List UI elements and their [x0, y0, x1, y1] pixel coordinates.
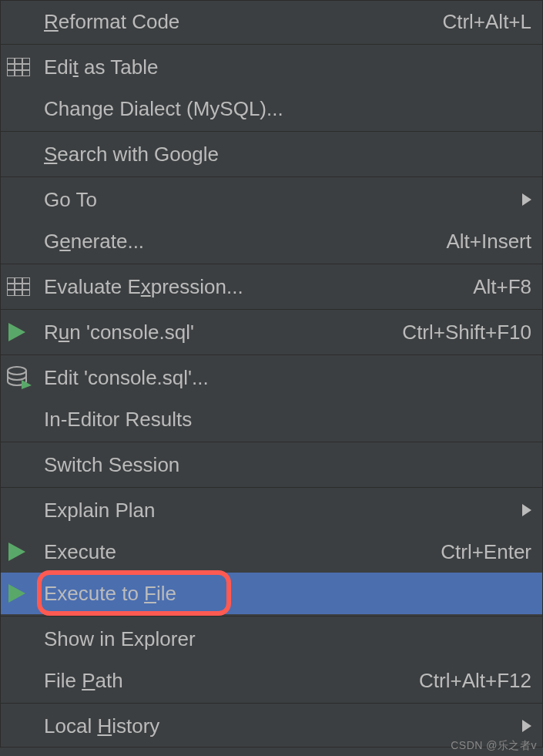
- icon-slot: [7, 489, 44, 531]
- db-edit-icon: [7, 366, 32, 389]
- icon-slot: [7, 660, 44, 701]
- icon-slot: [7, 531, 44, 573]
- svg-marker-10: [8, 323, 25, 341]
- context-menu: Reformat CodeCtrl+Alt+LEdit as TableChan…: [0, 0, 543, 748]
- menu-item-label: Show in Explorer: [44, 627, 531, 651]
- menu-item-label: Run 'console.sql': [44, 321, 402, 344]
- menu-item-label: Execute: [44, 540, 441, 564]
- menu-item-label: Generate...: [44, 230, 446, 254]
- menu-item-label: Evaluate Expression...: [44, 275, 473, 299]
- menu-item-label: Change Dialect (MySQL)...: [44, 97, 531, 121]
- play-icon: [7, 583, 27, 604]
- menu-item[interactable]: In-Editor Results: [1, 398, 542, 440]
- icon-slot: [7, 220, 44, 262]
- menu-separator: [1, 176, 542, 177]
- menu-separator: [1, 131, 542, 132]
- menu-item-label: In-Editor Results: [44, 408, 531, 432]
- icon-slot: [7, 46, 44, 88]
- play-icon: [7, 541, 27, 563]
- menu-item[interactable]: Show in Explorer: [1, 618, 542, 660]
- watermark: CSDN @乐之者v: [451, 739, 537, 753]
- menu-separator: [1, 309, 542, 310]
- menu-item-label: Edit 'console.sql'...: [44, 366, 531, 390]
- table-icon: [7, 58, 30, 76]
- svg-marker-15: [8, 584, 25, 603]
- menu-item[interactable]: Edit as Table: [1, 46, 542, 88]
- menu-separator: [1, 354, 542, 355]
- menu-separator: [1, 264, 542, 264]
- menu-item[interactable]: Evaluate Expression...Alt+F8: [1, 266, 542, 307]
- menu-item-label: Search with Google: [44, 143, 531, 166]
- menu-separator: [1, 442, 542, 442]
- svg-point-11: [8, 367, 26, 375]
- icon-slot: [7, 133, 44, 175]
- icon-slot: [7, 1, 44, 42]
- menu-item-label: Reformat Code: [44, 10, 442, 34]
- svg-rect-5: [7, 277, 30, 296]
- menu-item-label: File Path: [44, 669, 419, 693]
- icon-slot: [7, 398, 44, 440]
- svg-rect-0: [7, 58, 30, 76]
- icon-slot: [7, 618, 44, 660]
- menu-item-label: Explain Plan: [44, 499, 522, 522]
- menu-item[interactable]: Search with Google: [1, 133, 542, 175]
- menu-item[interactable]: Change Dialect (MySQL)...: [1, 88, 542, 129]
- svg-marker-14: [8, 543, 25, 561]
- menu-item[interactable]: Switch Session: [1, 444, 542, 486]
- icon-slot: [7, 88, 44, 129]
- menu-item[interactable]: Explain Plan: [1, 489, 542, 531]
- menu-separator: [1, 703, 542, 704]
- menu-item-shortcut: Ctrl+Shift+F10: [402, 321, 531, 344]
- menu-item-label: Execute to File: [44, 582, 531, 606]
- submenu-arrow-icon: [522, 504, 531, 516]
- menu-item-label: Edit as Table: [44, 55, 531, 79]
- submenu-arrow-icon: [522, 720, 531, 732]
- icon-slot: [7, 444, 44, 486]
- menu-item-label: Switch Session: [44, 453, 531, 477]
- play-icon: [7, 321, 27, 343]
- icon-slot: [7, 179, 44, 220]
- menu-item[interactable]: Execute to File: [1, 573, 542, 614]
- icon-slot: [7, 573, 44, 614]
- menu-item-shortcut: Alt+F8: [473, 275, 531, 299]
- menu-item[interactable]: Reformat CodeCtrl+Alt+L: [1, 1, 542, 42]
- icon-slot: [7, 311, 44, 353]
- menu-item[interactable]: Edit 'console.sql'...: [1, 357, 542, 398]
- menu-item-label: Local History: [44, 714, 522, 738]
- icon-slot: [7, 266, 44, 307]
- menu-item[interactable]: Generate...Alt+Insert: [1, 220, 542, 262]
- table-icon: [7, 277, 30, 296]
- menu-item-shortcut: Ctrl+Alt+F12: [419, 669, 531, 693]
- icon-slot: [7, 705, 44, 747]
- menu-item[interactable]: Run 'console.sql'Ctrl+Shift+F10: [1, 311, 542, 353]
- menu-separator: [1, 487, 542, 488]
- menu-item[interactable]: ExecuteCtrl+Enter: [1, 531, 542, 573]
- menu-separator: [1, 44, 542, 45]
- menu-item-shortcut: Ctrl+Enter: [441, 540, 531, 564]
- menu-separator: [1, 616, 542, 617]
- menu-item-shortcut: Ctrl+Alt+L: [442, 10, 531, 34]
- menu-item[interactable]: File PathCtrl+Alt+F12: [1, 660, 542, 701]
- icon-slot: [7, 357, 44, 398]
- submenu-arrow-icon: [522, 193, 531, 206]
- menu-item[interactable]: Go To: [1, 179, 542, 220]
- menu-item-label: Go To: [44, 188, 522, 212]
- menu-item-shortcut: Alt+Insert: [446, 230, 531, 254]
